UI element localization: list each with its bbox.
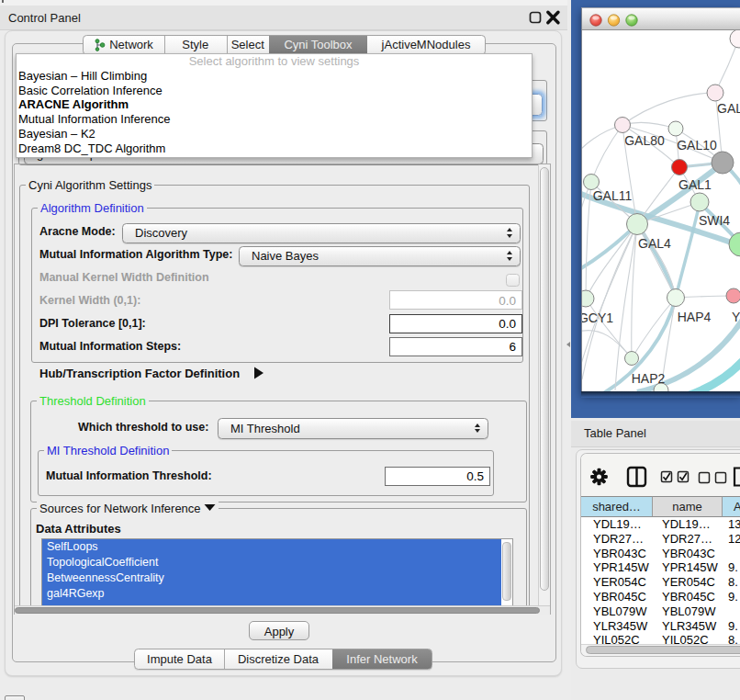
svg-text:GAL11: GAL11 (593, 188, 633, 203)
svg-text:GAL7: GAL7 (717, 101, 740, 116)
svg-text:HAP4: HAP4 (678, 310, 712, 324)
svg-text:SWI4: SWI4 (699, 213, 730, 228)
svg-text:GAL1: GAL1 (678, 177, 712, 192)
svg-text:HAP2: HAP2 (632, 371, 666, 386)
svg-text:GAL10: GAL10 (677, 138, 717, 152)
svg-text:YM: YM (732, 310, 740, 324)
svg-text:GAL4: GAL4 (638, 236, 671, 251)
svg-text:GCY1: GCY1 (582, 310, 613, 325)
svg-text:GAL80: GAL80 (624, 133, 665, 148)
